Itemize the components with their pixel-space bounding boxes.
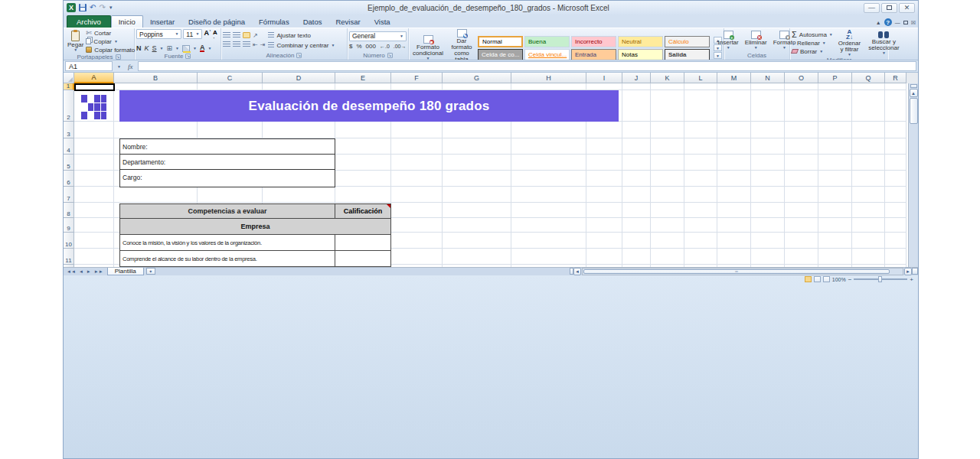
scroll-up-icon[interactable]: ▲ bbox=[910, 89, 918, 97]
align-bottom-icon[interactable] bbox=[243, 32, 250, 38]
grid-cell[interactable] bbox=[818, 187, 852, 203]
column-header-n[interactable]: N bbox=[751, 73, 785, 83]
grid-cell[interactable] bbox=[114, 122, 198, 138]
grid-cell[interactable] bbox=[751, 187, 785, 203]
page-layout-view-icon[interactable] bbox=[814, 276, 821, 282]
grid-cell[interactable] bbox=[622, 265, 651, 267]
grid-cell[interactable] bbox=[443, 83, 511, 90]
row-header-4[interactable]: 4 bbox=[64, 138, 74, 155]
zoom-out-icon[interactable]: − bbox=[848, 276, 852, 283]
comma-format-icon[interactable]: 000 bbox=[366, 43, 376, 50]
zoom-slider[interactable] bbox=[854, 278, 907, 280]
minimize-button[interactable]: — bbox=[864, 3, 880, 13]
grid-cell[interactable] bbox=[511, 155, 586, 171]
grid-cell[interactable] bbox=[751, 90, 785, 122]
column-header-m[interactable]: M bbox=[717, 73, 751, 83]
grid-cell[interactable] bbox=[622, 233, 651, 249]
name-box[interactable]: A1 bbox=[65, 61, 113, 71]
restore-button[interactable] bbox=[881, 3, 897, 13]
field-cargo[interactable]: Cargo: bbox=[120, 170, 335, 185]
ribbon-collapse-icon[interactable]: ▲ bbox=[876, 20, 881, 25]
row-header-6[interactable]: 6 bbox=[64, 171, 74, 187]
grid-cell[interactable] bbox=[391, 249, 443, 265]
grid-cell[interactable] bbox=[651, 90, 684, 122]
insert-cells-button[interactable]: + Insertar▼ bbox=[716, 29, 741, 51]
gallery-more-icon[interactable]: ▼ bbox=[714, 52, 722, 59]
cell-style-salida[interactable]: Salida bbox=[665, 49, 710, 60]
grid-cell[interactable] bbox=[751, 265, 785, 267]
grid-cell[interactable] bbox=[885, 171, 906, 187]
column-header-g[interactable]: G bbox=[443, 73, 511, 83]
grid-cell[interactable] bbox=[511, 233, 586, 249]
row-header-5[interactable]: 5 bbox=[64, 155, 74, 171]
delete-cells-button[interactable]: ✕ Eliminar▼ bbox=[743, 29, 769, 51]
competency-cell[interactable]: Comprende el alcance de su labor dentro … bbox=[120, 251, 335, 266]
grid-cell[interactable] bbox=[622, 83, 651, 90]
grid-cell[interactable] bbox=[622, 187, 651, 203]
grid-cell[interactable] bbox=[511, 203, 586, 218]
grid-cell[interactable] bbox=[511, 218, 586, 233]
cell-style-neutral[interactable]: Neutral bbox=[618, 36, 663, 47]
grid-cell[interactable] bbox=[74, 171, 114, 187]
grid-cell[interactable] bbox=[651, 249, 684, 265]
grid-cell[interactable] bbox=[818, 90, 852, 122]
cell-style-normal[interactable]: Normal bbox=[478, 36, 523, 47]
grid-cell[interactable] bbox=[751, 155, 785, 171]
grid-cell[interactable] bbox=[885, 90, 906, 122]
grid-cell[interactable] bbox=[751, 83, 785, 90]
grid-cell[interactable] bbox=[391, 218, 443, 233]
tab-insertar[interactable]: Insertar bbox=[143, 15, 181, 28]
grid-cell[interactable] bbox=[684, 187, 717, 203]
grid-cell[interactable] bbox=[335, 138, 391, 155]
grid-cell[interactable] bbox=[717, 187, 751, 203]
tab-datos[interactable]: Datos bbox=[296, 15, 329, 28]
align-left-icon[interactable] bbox=[223, 41, 230, 47]
borders-icon[interactable]: ⊞ bbox=[166, 44, 172, 52]
grid-cell[interactable] bbox=[852, 83, 885, 90]
header-competencias[interactable]: Competencias a evaluar bbox=[120, 204, 335, 218]
formula-input[interactable] bbox=[138, 61, 917, 71]
grid-cell[interactable] bbox=[335, 122, 391, 138]
grid-cell[interactable] bbox=[391, 83, 443, 90]
row-header-7[interactable]: 7 bbox=[64, 187, 74, 203]
orientation-icon[interactable]: ↗ bbox=[253, 32, 258, 39]
percent-format-icon[interactable]: % bbox=[356, 43, 361, 50]
fx-icon[interactable]: fx bbox=[126, 63, 136, 70]
grid-cell[interactable] bbox=[511, 122, 586, 138]
grid-cell[interactable] bbox=[74, 233, 114, 249]
redo-icon[interactable]: ↷ bbox=[99, 4, 105, 11]
shrink-font-icon[interactable]: Aˈ bbox=[213, 29, 219, 43]
grid-cell[interactable] bbox=[885, 265, 906, 267]
vertical-scroll-thumb[interactable] bbox=[910, 98, 918, 124]
format-as-table-button[interactable]: ✎ Dar formato como tabla▼ bbox=[448, 29, 475, 60]
vertical-scrollbar[interactable]: ▲ bbox=[908, 83, 918, 267]
grid-cell[interactable] bbox=[717, 171, 751, 187]
undo-icon[interactable]: ↶ bbox=[90, 4, 96, 11]
tab-vista[interactable]: Vista bbox=[368, 15, 397, 28]
grid-cell[interactable] bbox=[443, 265, 511, 267]
clear-button[interactable]: Borrar▼ bbox=[792, 47, 833, 55]
align-middle-icon[interactable] bbox=[233, 32, 240, 38]
grid-cell[interactable] bbox=[586, 171, 622, 187]
grid-cell[interactable] bbox=[651, 138, 684, 155]
column-header-j[interactable]: J bbox=[622, 73, 651, 83]
scroll-left-icon[interactable]: ◄ bbox=[573, 268, 581, 275]
grid-cell[interactable] bbox=[684, 233, 717, 249]
underline-button[interactable]: S bbox=[152, 44, 157, 52]
grid-cell[interactable] bbox=[335, 83, 391, 90]
grid-cell[interactable] bbox=[684, 249, 717, 265]
merge-center-button[interactable]: Combinar y centrar▼ bbox=[268, 41, 335, 49]
grid-cell[interactable] bbox=[511, 187, 586, 203]
grid-cell[interactable] bbox=[684, 203, 717, 218]
column-header-f[interactable]: F bbox=[391, 73, 443, 83]
grid-cell[interactable] bbox=[391, 187, 443, 203]
grid-cell[interactable] bbox=[717, 138, 751, 155]
increase-decimal-icon[interactable]: ←.0 bbox=[380, 44, 390, 49]
grid-cell[interactable] bbox=[852, 90, 885, 122]
grid-cell[interactable] bbox=[391, 203, 443, 218]
tab-dise-o-de-p-gina[interactable]: Diseño de página bbox=[181, 15, 252, 28]
grid-cell[interactable] bbox=[684, 155, 717, 171]
zoom-in-icon[interactable]: + bbox=[910, 276, 913, 283]
column-header-o[interactable]: O bbox=[785, 73, 818, 83]
column-header-i[interactable]: I bbox=[586, 73, 622, 83]
